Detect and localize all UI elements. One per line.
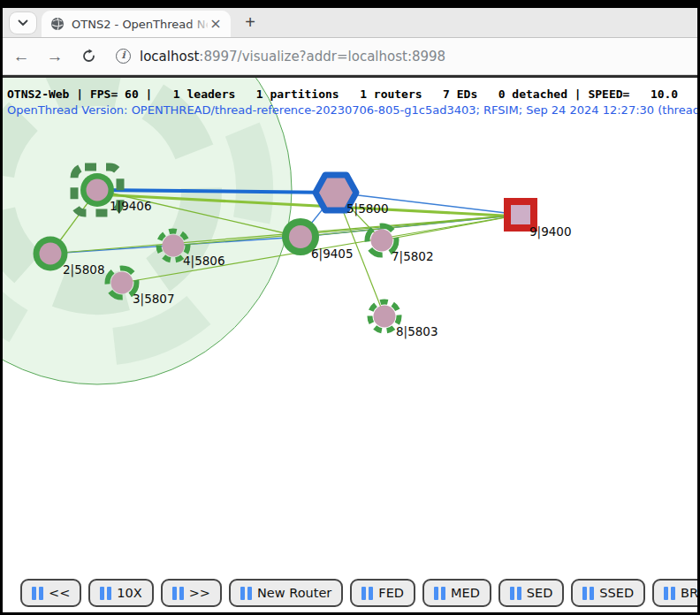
browser-tab[interactable]: OTNS2 - OpenThread Ne × (42, 11, 231, 37)
pause-icon (240, 587, 252, 600)
page-content: 1|94062|58083|58074|58065|58006|94057|58… (3, 78, 697, 612)
toolbar-button-10x[interactable]: 10X (88, 579, 153, 607)
pause-icon (582, 587, 594, 600)
site-info-button[interactable]: i (116, 49, 131, 64)
node-body (40, 243, 62, 265)
chevron-down-icon (18, 19, 28, 27)
node-label: 4|5806 (183, 254, 225, 269)
reload-icon (81, 49, 96, 64)
new-tab-button[interactable]: + (238, 10, 262, 34)
toolbar-button-fed[interactable]: FED (350, 579, 415, 607)
node-body (87, 179, 109, 201)
toolbar-button-med[interactable]: MED (422, 579, 491, 607)
toolbar-button-br[interactable]: BR (652, 579, 697, 607)
forward-button[interactable]: → (40, 42, 70, 72)
toolbar-button-ssed[interactable]: SSED (571, 579, 645, 607)
node-label: 1|9406 (110, 199, 152, 214)
tab-bar: OTNS2 - OpenThread Ne × + (3, 8, 697, 38)
node-6[interactable]: 6|9405 (282, 218, 354, 262)
url-path: :8997/visualize?addr=localhost:8998 (199, 49, 445, 65)
tab-title-fade (188, 11, 211, 37)
openthread-version-text: OpenThread Version: OPENTHREAD/thread-re… (7, 103, 697, 117)
toolbar-button-<<[interactable]: << (20, 579, 81, 607)
globe-favicon-icon (50, 17, 65, 31)
toolbar-button-label: << (49, 586, 70, 600)
toolbar-button-label: >> (189, 586, 210, 600)
toolbar-button-label: FED (378, 586, 404, 600)
node-label: 3|5807 (133, 292, 175, 307)
action-toolbar: << 10X >> New Router FED MED (20, 579, 697, 607)
address-field[interactable]: localhost:8997/visualize?addr=localhost:… (140, 49, 445, 65)
tab-overview-chevron-button[interactable] (10, 12, 36, 34)
node-label: 7|5802 (392, 249, 434, 264)
back-button[interactable]: ← (6, 42, 36, 72)
pause-icon (100, 587, 111, 600)
toolbar-button-label: BR (681, 586, 697, 600)
reload-button[interactable] (73, 42, 103, 72)
node-label: 2|5808 (63, 262, 105, 277)
pause-icon (172, 587, 184, 600)
toolbar-button-label: MED (451, 586, 480, 600)
pause-icon (32, 587, 43, 600)
node-body (371, 230, 393, 252)
node-label: 6|9405 (311, 247, 354, 262)
pause-icon (434, 587, 445, 600)
toolbar-button-label: 10X (117, 586, 141, 600)
node-body (111, 272, 133, 294)
toolbar-button->>[interactable]: >> (161, 579, 222, 607)
node-8[interactable]: 8|5803 (370, 302, 438, 340)
network-canvas[interactable]: 1|94062|58083|58074|58065|58006|94057|58… (3, 78, 697, 612)
url-toolbar: ← → i localhost:8997/visualize?addr=loca… (3, 38, 697, 75)
pause-icon (664, 587, 675, 600)
node-5[interactable]: 5|5800 (316, 175, 389, 216)
toolbar-button-sed[interactable]: SED (498, 579, 565, 607)
node-body (163, 235, 185, 257)
info-icon: i (116, 49, 131, 64)
link-9-7 (382, 215, 521, 240)
url-host: localhost (140, 49, 199, 65)
toolbar-button-label: SSED (599, 586, 634, 600)
node-label: 9|9400 (529, 224, 572, 239)
toolbar-button-label: New Router (257, 586, 331, 600)
node-label: 8|5803 (396, 324, 438, 339)
simulation-status-bar: OTNS2-Web | FPS= 60 | 1 leaders 1 partit… (7, 87, 678, 101)
toolbar-button-label: SED (527, 586, 553, 600)
node-body (289, 225, 312, 248)
node-9[interactable]: 9|9400 (507, 201, 572, 239)
browser-window: OTNS2 - OpenThread Ne × + ← → i localhos… (0, 0, 700, 615)
tab-title: OTNS2 - OpenThread Ne (72, 18, 208, 31)
pause-icon (510, 587, 521, 600)
toolbar-button-new-router[interactable]: New Router (229, 579, 343, 607)
node-label: 5|5800 (346, 201, 389, 216)
node-body (374, 306, 396, 328)
pause-icon (361, 587, 373, 600)
